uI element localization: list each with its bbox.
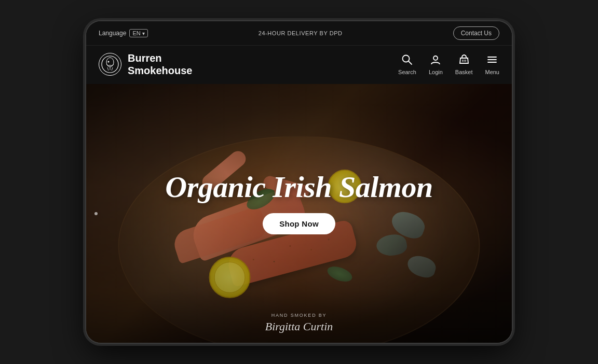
basket-nav-item[interactable]: Basket <box>455 54 473 75</box>
login-icon <box>430 54 441 67</box>
hand-smoked-label: HAND SMOKED BY <box>86 313 512 318</box>
chevron-down-icon: ▾ <box>142 31 145 36</box>
hero-title: Organic Irish Salmon <box>165 172 432 203</box>
search-label: Search <box>398 69 416 75</box>
search-icon <box>401 54 413 67</box>
top-bar: Language EN ▾ 24-HOUR DELIVERY BY DPD Co… <box>86 21 512 46</box>
basket-icon <box>458 54 470 67</box>
basket-label: Basket <box>455 69 473 75</box>
svg-point-5 <box>433 56 438 60</box>
logo-area[interactable]: Burren Smokehouse <box>99 52 192 77</box>
signature-text: Birgitta Curtin <box>86 320 512 333</box>
language-label: Language <box>99 30 126 37</box>
tablet-frame: Language EN ▾ 24-HOUR DELIVERY BY DPD Co… <box>86 21 512 343</box>
svg-point-0 <box>102 56 118 73</box>
logo-icon <box>99 53 121 76</box>
nav-icons: Search Login <box>398 54 499 75</box>
logo-text: Burren Smokehouse <box>128 52 192 77</box>
login-label: Login <box>429 69 443 75</box>
tablet-screen: Language EN ▾ 24-HOUR DELIVERY BY DPD Co… <box>86 21 512 343</box>
language-badge[interactable]: EN ▾ <box>129 29 147 37</box>
svg-point-2 <box>108 61 110 63</box>
hero-content: Organic Irish Salmon Shop Now <box>86 84 512 343</box>
contact-button[interactable]: Contact Us <box>453 26 499 40</box>
menu-label: Menu <box>485 69 499 75</box>
language-selector[interactable]: Language EN ▾ <box>99 29 148 37</box>
hero-section: Organic Irish Salmon Shop Now HAND SMOKE… <box>86 84 512 343</box>
search-nav-item[interactable]: Search <box>398 54 416 75</box>
menu-nav-item[interactable]: Menu <box>485 54 499 75</box>
signature-area: HAND SMOKED BY Birgitta Curtin <box>86 313 512 343</box>
site-header: Burren Smokehouse Search <box>86 46 512 84</box>
menu-icon <box>486 54 498 67</box>
login-nav-item[interactable]: Login <box>429 54 443 75</box>
shop-now-button[interactable]: Shop Now <box>263 213 335 234</box>
svg-line-4 <box>409 61 412 64</box>
delivery-text: 24-HOUR DELIVERY BY DPD <box>259 30 343 36</box>
